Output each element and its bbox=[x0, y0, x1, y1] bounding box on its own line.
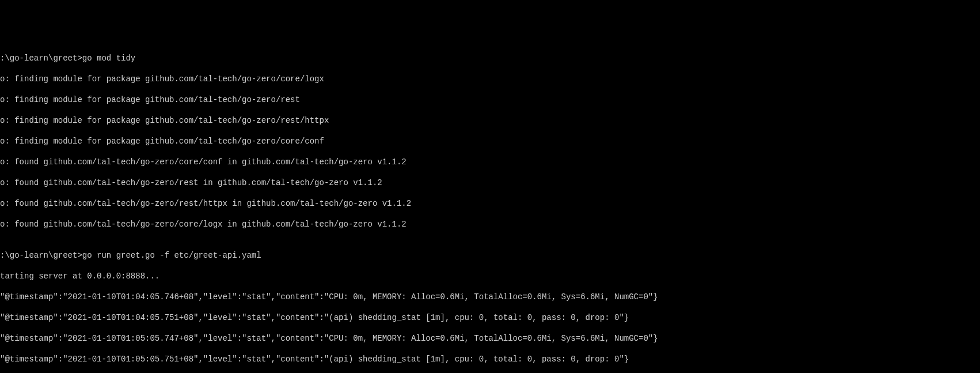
terminal-line: o: found github.com/tal-tech/go-zero/cor… bbox=[0, 157, 980, 167]
terminal-line: "@timestamp":"2021-01-10T01:04:05.751+08… bbox=[0, 312, 980, 323]
terminal-line: o: finding module for package github.com… bbox=[0, 115, 980, 126]
terminal-line: :\go-learn\greet>go mod tidy bbox=[0, 53, 980, 63]
terminal-line: o: found github.com/tal-tech/go-zero/res… bbox=[0, 178, 980, 188]
terminal-line: o: finding module for package github.com… bbox=[0, 95, 980, 105]
terminal-line: o: finding module for package github.com… bbox=[0, 74, 980, 84]
terminal-line: o: finding module for package github.com… bbox=[0, 136, 980, 146]
terminal-line: tarting server at 0.0.0.0:8888... bbox=[0, 271, 980, 281]
terminal-line: o: found github.com/tal-tech/go-zero/res… bbox=[0, 198, 980, 209]
terminal-line: "@timestamp":"2021-01-10T01:05:05.751+08… bbox=[0, 354, 980, 364]
terminal-line: "@timestamp":"2021-01-10T01:04:05.746+08… bbox=[0, 292, 980, 302]
terminal-line: :\go-learn\greet>go run greet.go -f etc/… bbox=[0, 250, 980, 261]
terminal-line: o: found github.com/tal-tech/go-zero/cor… bbox=[0, 219, 980, 229]
terminal-line: "@timestamp":"2021-01-10T01:05:05.747+08… bbox=[0, 333, 980, 344]
terminal-output[interactable]: :\go-learn\greet>go mod tidy o: finding … bbox=[0, 42, 980, 373]
